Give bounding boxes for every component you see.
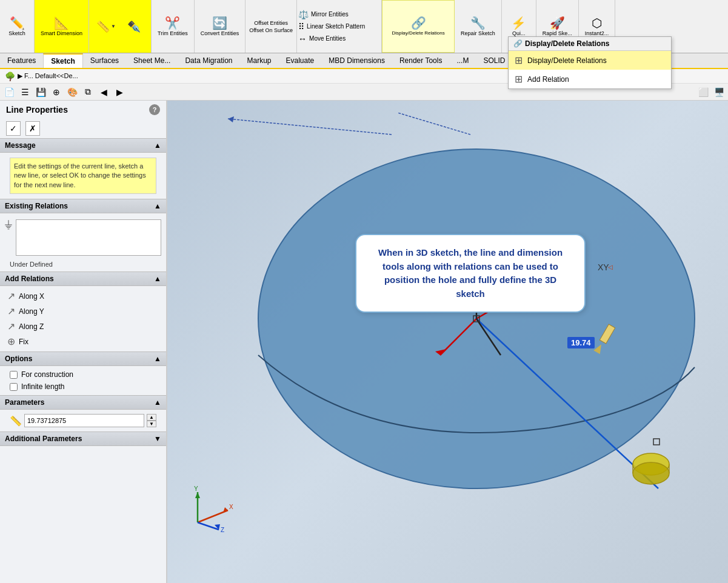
quick-button[interactable]: ⚡ Qui... [506, 16, 532, 38]
along-y-item[interactable]: ↗ Along Y [5, 304, 161, 319]
convert-icon: 🔄 [212, 17, 227, 29]
tab-surfaces[interactable]: Surfaces [83, 54, 126, 67]
param-down-button[interactable]: ▼ [147, 421, 156, 427]
tab-sheetme[interactable]: Sheet Me... [126, 54, 178, 67]
tab-sketch[interactable]: Sketch [43, 53, 82, 68]
svg-text:Z: Z [221, 527, 224, 533]
line-tool-button[interactable]: 📏 ▼ [93, 20, 119, 33]
additional-parameters-collapse-icon: ▼ [154, 435, 161, 443]
rapid-button[interactable]: 🚀 Rapid Ske... [540, 16, 575, 38]
dropdown-display-label: Display/Delete Relations [527, 56, 607, 65]
parameters-collapse-icon: ▲ [154, 398, 161, 407]
move-entities-button[interactable]: ↔️ Move Entities [298, 33, 380, 45]
svg-line-20 [398, 113, 470, 135]
linear-sketch-button[interactable]: ⠿ Linear Sketch Pattern [298, 21, 380, 33]
dropdown-item-add[interactable]: ⊞ Add Relation [509, 70, 671, 88]
repair-icon: 🔧 [470, 17, 486, 29]
along-z-label: Along Z [19, 322, 44, 331]
save-icon[interactable]: 💾 [34, 85, 47, 99]
smart-dimension-icon: 📐 [54, 17, 69, 29]
svg-rect-11 [653, 439, 660, 445]
display-icon[interactable]: 🖥️ [712, 85, 726, 99]
dropdown-header-icon: 🔗 [513, 39, 523, 48]
move-icon: ↔️ [298, 34, 307, 44]
param-up-button[interactable]: ▲ [147, 414, 156, 421]
existing-relations-box [16, 219, 161, 256]
help-icon[interactable]: ? [149, 104, 160, 115]
ok-button[interactable]: ✓ [6, 121, 21, 136]
tab-features[interactable]: Features [0, 54, 43, 67]
prev-icon[interactable]: ◀ [97, 85, 110, 99]
for-construction-checkbox[interactable] [10, 371, 18, 379]
dropdown-item-display[interactable]: ⊞ Display/Delete Relations [509, 51, 671, 70]
dropdown-menu: 🔗 Display/Delete Relations ⊞ Display/Del… [508, 36, 672, 89]
svg-text:Y: Y [194, 486, 198, 492]
mirror-entities-button[interactable]: ⚖️ Mirror Entities [298, 8, 380, 21]
along-z-item[interactable]: ↗ Along Z [5, 319, 161, 334]
offset-entities-button[interactable]: Offset Entities [254, 20, 288, 26]
tooltip-bubble: When in 3D sketch, the line and dimensio… [355, 234, 586, 313]
smart-dimension-label: Smart Dimension [41, 30, 82, 36]
along-x-item[interactable]: ↗ Along X [5, 288, 161, 304]
svg-marker-19 [228, 116, 234, 122]
existing-relations-header[interactable]: Existing Relations ▲ [0, 199, 166, 213]
add-relations-header[interactable]: Add Relations ▲ [0, 272, 166, 286]
sketch-button[interactable]: ✏️ Sketch [4, 16, 30, 38]
smart-dimension-button[interactable]: 📐 Smart Dimension [38, 16, 85, 38]
options-label: Options [5, 355, 32, 363]
mirror-label: Mirror Entities [311, 11, 349, 18]
color-icon[interactable]: 🎨 [65, 85, 79, 99]
dropdown-add-icon: ⊞ [515, 73, 523, 85]
trim-entities-button[interactable]: ✂️ Trim Entities [155, 16, 190, 38]
tab-markup[interactable]: Markup [240, 54, 279, 67]
tab-datamigration[interactable]: Data Migration [178, 54, 239, 67]
cancel-button[interactable]: ✗ [25, 121, 40, 136]
new-icon[interactable]: 📄 [2, 85, 16, 99]
rapid-label: Rapid Ske... [543, 30, 572, 36]
svg-marker-25 [195, 492, 200, 498]
infinite-length-checkbox[interactable] [10, 383, 18, 391]
svg-text:◁: ◁ [608, 264, 613, 270]
options-header[interactable]: Options ▲ [0, 351, 166, 366]
pencil-icon: ✒️ [127, 21, 141, 32]
additional-parameters-label: Additional Parameters [5, 435, 82, 443]
param-spinner: ▲ ▼ [147, 414, 156, 427]
additional-parameters-header[interactable]: Additional Parameters ▼ [0, 431, 166, 446]
message-section-header[interactable]: Message ▲ [0, 138, 166, 153]
tab-solid[interactable]: SOLID [476, 54, 512, 67]
layers-icon[interactable]: ⧉ [81, 85, 95, 99]
instant-button[interactable]: ⬡ Instant2... [583, 16, 612, 38]
parameters-header[interactable]: Parameters ▲ [0, 395, 166, 410]
convert-entities-button[interactable]: 🔄 Convert Entities [198, 16, 242, 38]
panel-title-text: Line Properties [6, 105, 68, 115]
convert-label: Convert Entities [201, 30, 239, 36]
list-icon[interactable]: ☰ [18, 85, 32, 99]
tab-evaluate[interactable]: Evaluate [279, 54, 322, 67]
pencil-tool-button[interactable]: ✒️ [121, 20, 147, 33]
tab-mbddimensions[interactable]: MBD Dimensions [321, 54, 392, 67]
existing-relations-collapse-icon: ▲ [154, 202, 161, 210]
display-delete-relations-button[interactable]: 🔗 Display/Delete Relations [390, 16, 447, 37]
along-z-icon: ↗ [7, 321, 15, 332]
parameters-content: 📏 ▲ ▼ [0, 410, 166, 431]
param-value-input[interactable] [24, 414, 144, 427]
offset-section: Offset Entities Offset On Surface [245, 0, 297, 53]
coord-svg: X Y Z [185, 486, 234, 535]
3d-shape-svg: XY ◁ [246, 137, 707, 501]
along-x-icon: ↗ [7, 290, 15, 302]
target-icon[interactable]: ⊕ [50, 85, 63, 99]
tab-rendertools[interactable]: Render Tools [392, 54, 450, 67]
along-y-label: Along Y [19, 307, 44, 316]
tab-m[interactable]: ...M [449, 54, 476, 67]
breadcrumb-text: ▶ F... Default<<De... [18, 72, 78, 80]
next-icon[interactable]: ▶ [113, 85, 126, 99]
offset-surface-button[interactable]: Offset On Surface [249, 27, 293, 33]
parameters-label: Parameters [5, 398, 44, 407]
fix-item[interactable]: ⊕ Fix [5, 334, 161, 349]
view3d-icon[interactable]: ⬜ [696, 85, 710, 99]
repair-label: Repair Sketch [461, 30, 495, 36]
repair-sketch-button[interactable]: 🔧 Repair Sketch [458, 16, 498, 38]
sketch-label: Sketch [8, 30, 25, 36]
trim-label: Trim Entities [158, 30, 188, 36]
dropdown-header-text: Display/Delete Relations [525, 39, 609, 48]
